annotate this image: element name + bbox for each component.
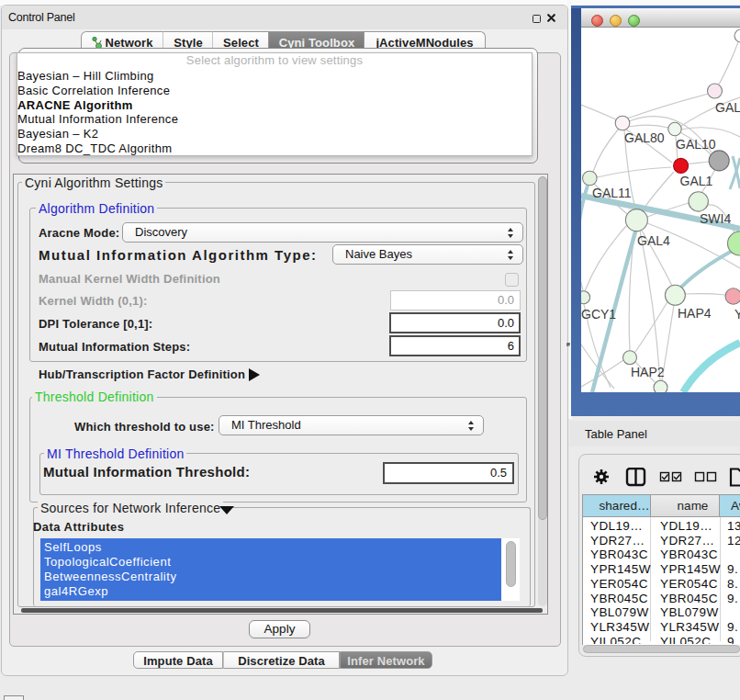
svg-text:SWI4: SWI4 xyxy=(700,211,731,226)
svg-text:GCY1: GCY1 xyxy=(581,307,616,322)
svg-text:GAL11: GAL11 xyxy=(592,186,632,200)
svg-text:GAL10: GAL10 xyxy=(676,137,716,152)
svg-text:GAL80: GAL80 xyxy=(624,130,665,145)
svg-text:GAL4: GAL4 xyxy=(637,233,670,248)
svg-text:HAP4: HAP4 xyxy=(678,306,712,321)
svg-text:GAL1: GAL1 xyxy=(680,174,713,188)
svg-text:HAP2: HAP2 xyxy=(631,365,665,379)
svg-text:GAL7: GAL7 xyxy=(715,100,740,115)
svg-text:Y: Y xyxy=(734,307,740,322)
